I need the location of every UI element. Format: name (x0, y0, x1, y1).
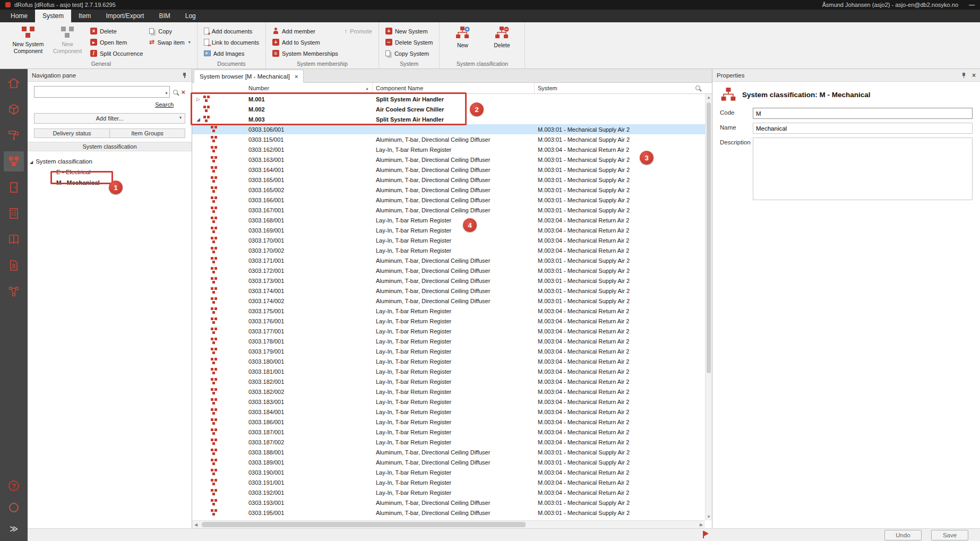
status-circle-icon[interactable] (9, 503, 19, 512)
copy-system-button[interactable]: Copy System (383, 49, 435, 58)
delivery-status-button[interactable]: Delivery status (34, 128, 110, 138)
open-item-button[interactable]: Open Item (88, 38, 145, 47)
save-button[interactable]: Save (931, 530, 968, 540)
vertical-scroll-thumb[interactable] (707, 102, 711, 373)
column-search-icon[interactable] (695, 85, 700, 90)
clear-search-icon[interactable]: × (181, 88, 185, 96)
search-icon[interactable] (173, 90, 178, 95)
table-row[interactable]: 0303.164/001 Aluminum, T-bar, Directiona… (192, 165, 705, 175)
table-row[interactable]: 0303.171/001 Aluminum, T-bar, Directiona… (192, 255, 705, 265)
table-row[interactable]: 0303.175/001 Lay-In, T-bar Return Regist… (192, 306, 705, 316)
add-filter-button[interactable]: Add filter... ▾ (34, 113, 185, 124)
pin-icon[interactable] (182, 72, 187, 79)
tree-root-expander-icon[interactable] (30, 158, 33, 165)
split-occurrence-button[interactable]: Split Occurrence (88, 49, 145, 58)
scroll-down-icon[interactable]: ▼ (706, 513, 712, 520)
table-row[interactable]: 0303.170/001 Lay-In, T-bar Return Regist… (192, 235, 705, 245)
add-documents-button[interactable]: Add documents (202, 27, 261, 36)
add-member-button[interactable]: Add member (270, 27, 340, 36)
delete-button[interactable]: Delete (88, 27, 145, 36)
table-row[interactable]: 0303.174/002 Aluminum, T-bar, Directiona… (192, 296, 705, 306)
table-row[interactable]: 0303.174/001 Aluminum, T-bar, Directiona… (192, 286, 705, 296)
menu-tab-home[interactable]: Home (3, 10, 35, 22)
table-row[interactable]: 0303.187/002 Lay-In, T-bar Return Regist… (192, 437, 705, 447)
table-row[interactable]: 0303.163/001 Aluminum, T-bar, Directiona… (192, 154, 705, 165)
add-images-button[interactable]: Add Images (202, 49, 261, 58)
table-row[interactable]: 0303.170/002 Lay-In, T-bar Return Regist… (192, 245, 705, 255)
system-browser-tab[interactable]: System browser [M - Mechanical] × (194, 70, 304, 83)
table-row[interactable]: 0303.191/001 Lay-In, T-bar Return Regist… (192, 477, 705, 487)
notification-flag-icon[interactable] (703, 531, 709, 538)
table-row[interactable]: 0303.186/001 Lay-In, T-bar Return Regist… (192, 417, 705, 427)
table-row[interactable]: 0303.182/001 Lay-In, T-bar Return Regist… (192, 376, 705, 387)
table-row[interactable]: 0303.189/001 Aluminum, T-bar, Directiona… (192, 457, 705, 467)
table-row[interactable]: 0303.187/001 Lay-In, T-bar Return Regist… (192, 427, 705, 437)
properties-pin-icon[interactable] (961, 72, 967, 79)
table-row[interactable]: 0303.173/001 Aluminum, T-bar, Directiona… (192, 276, 705, 286)
menu-tab-bim[interactable]: BIM (151, 10, 177, 22)
vertical-scrollbar[interactable]: ▲ ▼ (705, 94, 712, 520)
rooms-icon[interactable] (4, 73, 24, 93)
finishes-icon[interactable] (4, 125, 24, 145)
table-row[interactable]: 0303.165/002 Aluminum, T-bar, Directiona… (192, 185, 705, 195)
search-dropdown-icon[interactable] (164, 87, 167, 97)
reports-icon[interactable] (4, 255, 24, 276)
scroll-up-icon[interactable]: ▲ (706, 94, 712, 101)
menu-tab-import-export[interactable]: Import/Export (98, 10, 151, 22)
expander-icon[interactable]: ◢ (195, 117, 202, 122)
table-row[interactable]: 0303.178/001 Lay-In, T-bar Return Regist… (192, 336, 705, 346)
promote-button[interactable]: ↑ Promote (342, 27, 374, 36)
systems-icon[interactable] (4, 151, 24, 171)
search-link[interactable]: Search (155, 101, 174, 108)
system-memberships-button[interactable]: System Memberships (270, 49, 340, 58)
item-groups-button[interactable]: Item Groups (110, 128, 185, 138)
table-row[interactable]: 0303.192/001 Lay-In, T-bar Return Regist… (192, 487, 705, 497)
table-row[interactable]: 0303.166/001 Aluminum, T-bar, Directiona… (192, 195, 705, 205)
table-row[interactable]: 0303.181/001 Lay-In, T-bar Return Regist… (192, 366, 705, 376)
scroll-right-icon[interactable]: ▶ (698, 521, 705, 528)
table-row[interactable]: 0303.180/001 Lay-In, T-bar Return Regist… (192, 356, 705, 366)
minimize-button[interactable]: — (969, 2, 975, 8)
add-to-system-button[interactable]: Add to System (270, 38, 340, 47)
relations-icon[interactable] (4, 281, 24, 302)
menu-tab-item[interactable]: Item (71, 10, 98, 22)
table-row[interactable]: 0303.162/001 Lay-In, T-bar Return Regist… (192, 144, 705, 154)
table-row[interactable]: 0303.177/001 Lay-In, T-bar Return Regist… (192, 326, 705, 336)
table-row[interactable]: 0303.184/001 Lay-In, T-bar Return Regist… (192, 407, 705, 417)
properties-close-icon[interactable]: × (972, 72, 976, 79)
tree-item-electrical[interactable]: E - Electrical (30, 167, 192, 177)
table-row[interactable]: 0303.190/001 Lay-In, T-bar Return Regist… (192, 467, 705, 477)
scroll-left-icon[interactable]: ◀ (192, 521, 200, 528)
tab-close-icon[interactable]: × (295, 73, 298, 80)
header-number-column[interactable]: Number ▲ (245, 83, 373, 93)
table-row[interactable]: 0303.193/001 Aluminum, T-bar, Directiona… (192, 497, 705, 508)
delete-system-button[interactable]: Delete System (383, 38, 435, 47)
table-row[interactable]: ▷ M.001 Split System Air Handler (192, 94, 705, 104)
header-system-column[interactable]: System (535, 83, 705, 93)
expand-strip-icon[interactable]: ≫ (10, 524, 18, 534)
name-field[interactable] (753, 123, 973, 134)
swap-item-button[interactable]: ⇄ Swap item (147, 38, 192, 47)
classification-new-button[interactable]: New (444, 23, 481, 49)
table-row[interactable]: 0303.188/001 Aluminum, T-bar, Directiona… (192, 447, 705, 457)
table-row[interactable]: M.002 Air Cooled Screw Chiller (192, 104, 705, 114)
new-component-button[interactable]: New Component (49, 23, 86, 54)
tree-root-item[interactable]: System classification (30, 156, 192, 167)
link-to-documents-button[interactable]: Link to documents (202, 38, 261, 47)
items-icon[interactable] (4, 99, 24, 119)
menu-tab-system[interactable]: System (35, 10, 71, 22)
new-system-component-button[interactable]: New System Component (10, 23, 47, 54)
table-row[interactable]: 0303.168/001 Lay-In, T-bar Return Regist… (192, 215, 705, 225)
expander-icon[interactable]: ▷ (195, 97, 202, 102)
doors-icon[interactable] (4, 177, 24, 197)
buildings-icon[interactable] (4, 203, 24, 224)
catalog-icon[interactable] (4, 229, 24, 250)
table-row[interactable]: 0303.183/001 Lay-In, T-bar Return Regist… (192, 397, 705, 407)
description-field[interactable] (753, 138, 973, 200)
table-row[interactable]: ◢ M.003 Split System Air Handler (192, 114, 705, 124)
undo-button[interactable]: Undo (884, 530, 922, 540)
horizontal-scrollbar[interactable]: ◀ ▶ (192, 520, 705, 528)
table-row[interactable]: 0303.106/001 M.003:01 - Mechanical Suppl… (192, 124, 705, 134)
search-input[interactable] (37, 89, 164, 95)
table-row[interactable]: 0303.169/001 Lay-In, T-bar Return Regist… (192, 225, 705, 235)
